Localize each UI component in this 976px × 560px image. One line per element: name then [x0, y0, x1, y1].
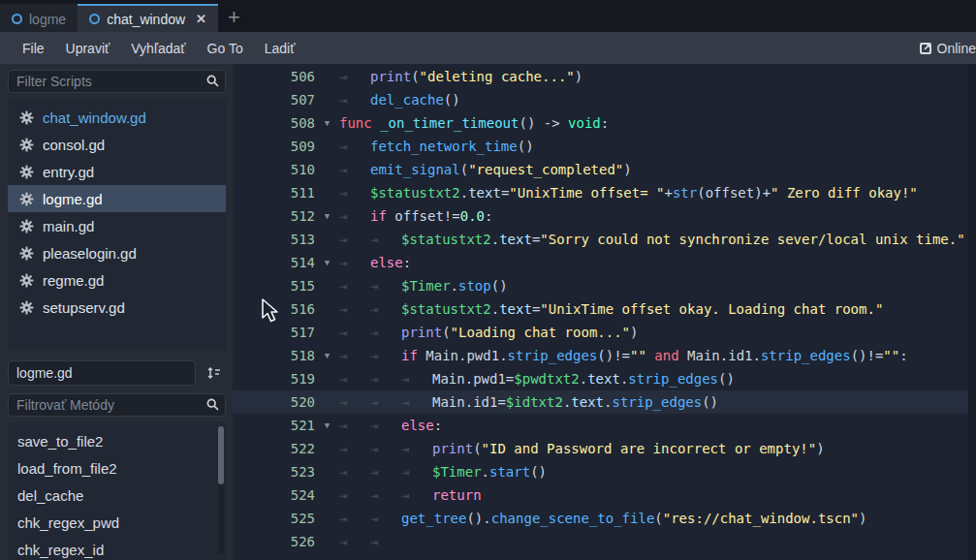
code-line-526[interactable]: 526⇥⇥: [233, 530, 976, 553]
line-number: 526: [233, 534, 315, 549]
code-line-514[interactable]: 514▼⇥else:: [233, 251, 976, 274]
script-editor-window: logmechat_window✕ + FileUpraviťVyhľadaťG…: [0, 0, 976, 560]
method-item-del_cache[interactable]: del_cache: [8, 482, 226, 509]
filter-methods-box: [8, 393, 226, 417]
script-item-chat_window.gd[interactable]: chat_window.gd: [8, 104, 226, 131]
tab-indent-marker: ⇥: [339, 185, 370, 201]
code-line-511[interactable]: 511⇥$statustxt2.text="UnixTime offset= "…: [233, 181, 976, 204]
line-number: 512: [233, 208, 315, 224]
tab-indent-marker: ⇥: [370, 464, 401, 480]
current-script-row: logme.gd: [8, 360, 226, 386]
code-line-523[interactable]: 523⇥⇥⇥$Timer.start(): [233, 460, 976, 483]
code-line-516[interactable]: 516⇥⇥$statustxt2.text="UnixTime offset o…: [233, 297, 976, 321]
tab-label: logme: [29, 12, 66, 27]
script-gear-icon: [19, 138, 34, 152]
script-name: consol.gd: [43, 137, 105, 153]
code-line-513[interactable]: 513⇥⇥$statustxt2.text="Sorry could not s…: [233, 228, 976, 251]
code-text: ⇥if offset!=0.0:: [339, 208, 976, 224]
menu-item-ladiť[interactable]: Ladiť: [254, 41, 306, 56]
code-text: ⇥⇥⇥$Timer.start(): [339, 464, 976, 480]
code-line-524[interactable]: 524⇥⇥⇥return: [233, 483, 976, 507]
method-item-chk_regex_pwd[interactable]: chk_regex_pwd: [8, 509, 226, 536]
sort-icon: [206, 365, 222, 381]
method-list-scrollbar[interactable]: [218, 426, 224, 554]
line-number: 513: [233, 232, 315, 247]
code-line-507[interactable]: 507⇥del_cache(): [233, 88, 976, 111]
sort-methods-button[interactable]: [203, 361, 226, 385]
code-text: func _on_timer_timeout() -> void:: [339, 115, 976, 131]
code-line-510[interactable]: 510⇥emit_signal("request_completed"): [233, 158, 976, 181]
script-item-setupserv.gd[interactable]: setupserv.gd: [8, 294, 226, 321]
code-text: ⇥⇥$statustxt2.text="UnixTime offset okay…: [339, 301, 976, 317]
script-item-logme.gd[interactable]: logme.gd: [8, 185, 226, 212]
script-item-main.gd[interactable]: main.gd: [8, 212, 226, 239]
scene-tab-chat_window[interactable]: chat_window✕: [78, 4, 218, 32]
script-name: chat_window.gd: [43, 109, 146, 126]
scrollbar-thumb[interactable]: [218, 426, 224, 484]
menu-item-vyhľadať[interactable]: Vyhľadať: [120, 41, 196, 56]
fold-arrow-icon[interactable]: ▼: [315, 118, 339, 128]
tab-indent-marker: ⇥: [370, 232, 401, 247]
line-number: 507: [233, 92, 315, 108]
code-line-508[interactable]: 508▼func _on_timer_timeout() -> void:: [233, 111, 976, 135]
online-docs-button[interactable]: Online: [919, 41, 976, 56]
code-line-518[interactable]: 518▼⇥⇥if Main.pwd1.strip_edges()!="" and…: [233, 344, 976, 367]
scene-tab-logme[interactable]: logme: [0, 4, 78, 32]
tab-indent-marker: ⇥: [339, 441, 370, 456]
code-line-525[interactable]: 525⇥⇥get_tree().change_scene_to_file("re…: [233, 507, 976, 530]
tab-indent-marker: ⇥: [370, 487, 401, 503]
tab-indent-marker: ⇥: [339, 371, 370, 387]
script-item-pleaselogin.gd[interactable]: pleaselogin.gd: [8, 239, 226, 266]
fold-arrow-icon[interactable]: ▼: [315, 420, 339, 430]
new-tab-button[interactable]: +: [218, 7, 250, 28]
tab-indent-marker: ⇥: [339, 418, 370, 433]
line-number: 515: [233, 278, 315, 294]
code-line-512[interactable]: 512▼⇥if offset!=0.0:: [233, 204, 976, 228]
line-number: 509: [233, 139, 315, 154]
line-number: 510: [233, 162, 315, 177]
code-line-521[interactable]: 521▼⇥⇥else:: [233, 414, 976, 437]
editor-scrollbar[interactable]: [968, 64, 976, 560]
tab-indent-marker: ⇥: [339, 162, 370, 177]
code-line-509[interactable]: 509⇥fetch_network_time(): [233, 135, 976, 158]
method-item-load_from_file2[interactable]: load_from_file2: [8, 454, 226, 482]
script-gear-icon: [19, 219, 34, 233]
script-item-entry.gd[interactable]: entry.gd: [8, 158, 226, 185]
code-text: ⇥else:: [339, 255, 976, 270]
tab-indent-marker: ⇥: [339, 394, 370, 410]
code-line-517[interactable]: 517⇥⇥print("Loading chat room..."): [233, 321, 976, 344]
fold-arrow-icon[interactable]: ▼: [315, 211, 339, 221]
script-item-regme.gd[interactable]: regme.gd: [8, 266, 226, 294]
script-name: entry.gd: [43, 164, 94, 180]
line-number: 521: [233, 418, 315, 433]
close-tab-icon[interactable]: ✕: [196, 12, 206, 26]
code-line-522[interactable]: 522⇥⇥⇥print("ID and Password are incorre…: [233, 437, 976, 460]
method-item-save_to_file2[interactable]: save_to_file2: [8, 427, 226, 454]
code-line-519[interactable]: 519⇥⇥⇥Main.pwd1=$pwdtxt2.text.strip_edge…: [233, 367, 976, 390]
tab-indent-marker: ⇥: [401, 464, 432, 480]
code-line-520[interactable]: 520⇥⇥⇥Main.id1=$idtxt2.text.strip_edges(…: [233, 390, 976, 414]
line-number: 518: [233, 348, 315, 363]
method-item-chk_regex_id[interactable]: chk_regex_id: [8, 536, 226, 560]
tab-indent-marker: ⇥: [370, 418, 401, 433]
script-item-consol.gd[interactable]: consol.gd: [8, 131, 226, 158]
code-text: ⇥⇥if Main.pwd1.strip_edges()!="" and Mai…: [339, 348, 976, 363]
search-icon: [206, 75, 219, 87]
fold-arrow-icon[interactable]: ▼: [315, 258, 339, 267]
filter-methods-input[interactable]: [8, 393, 226, 417]
line-number: 517: [233, 325, 315, 340]
code-line-515[interactable]: 515⇥⇥$Timer.stop(): [233, 274, 976, 297]
menu-item-go-to[interactable]: Go To: [197, 41, 254, 56]
content-area: chat_window.gd consol.gd entry.g: [0, 64, 976, 560]
menu-item-upraviť[interactable]: Upraviť: [55, 41, 121, 56]
script-gear-icon: [19, 273, 34, 288]
menu-item-file[interactable]: File: [12, 41, 55, 56]
code-line-506[interactable]: 506⇥print("deleting cache..."): [233, 65, 976, 88]
filter-scripts-input[interactable]: [8, 70, 226, 93]
line-number: 516: [233, 301, 315, 317]
code-editor[interactable]: 506⇥print("deleting cache...")507⇥del_ca…: [233, 64, 976, 560]
fold-arrow-icon[interactable]: ▼: [315, 351, 339, 360]
tab-indent-marker: ⇥: [401, 394, 432, 410]
code-text: ⇥⇥: [339, 534, 976, 549]
line-number: 524: [233, 487, 315, 503]
